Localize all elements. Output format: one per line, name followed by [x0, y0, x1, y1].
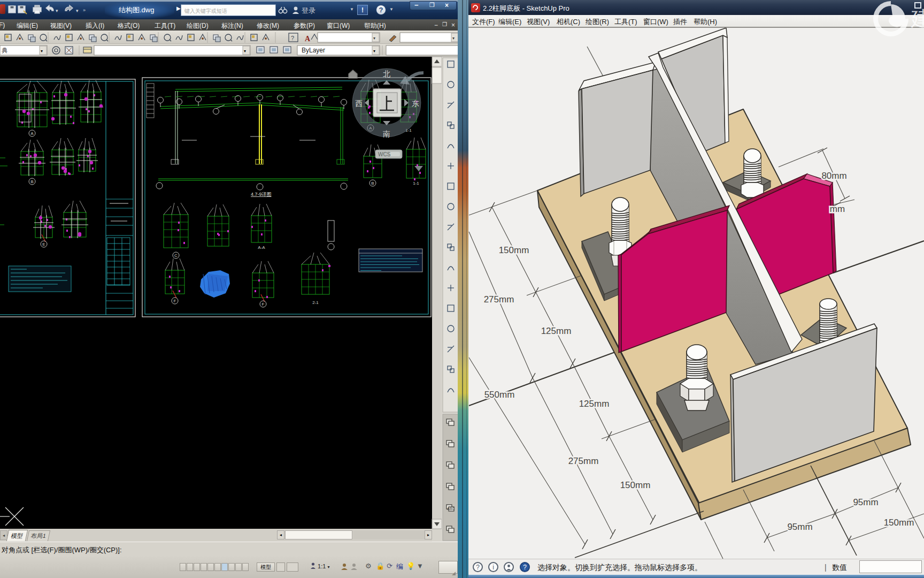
svg-text:?: ?	[291, 35, 294, 41]
svg-text:F: F	[262, 302, 265, 307]
svg-text:80mm: 80mm	[821, 171, 846, 181]
svg-text:A: A	[30, 131, 34, 136]
svg-text:ByLayer: ByLayer	[302, 47, 325, 54]
svg-text:A: A	[305, 35, 311, 43]
svg-text:125mm: 125mm	[541, 326, 572, 336]
svg-text:▾: ▾	[244, 49, 246, 54]
svg-text:B: B	[371, 181, 374, 186]
svg-text:»: »	[83, 7, 86, 13]
svg-text:125mm: 125mm	[579, 399, 610, 409]
svg-text:95mm: 95mm	[853, 497, 878, 507]
svg-text:2-1: 2-1	[312, 300, 319, 305]
svg-text:▾: ▾	[373, 49, 375, 54]
svg-text:275mm: 275mm	[568, 456, 599, 466]
svg-text:南: 南	[383, 130, 390, 138]
svg-text:东: 东	[412, 99, 419, 108]
svg-text:1-1: 1-1	[413, 181, 419, 186]
svg-text:北: 北	[383, 70, 390, 78]
svg-text:E: E	[42, 242, 45, 247]
svg-text:150mm: 150mm	[620, 480, 651, 490]
svg-text:▾: ▾	[373, 36, 375, 41]
svg-text:C: C	[174, 253, 178, 258]
svg-text:95mm: 95mm	[787, 522, 812, 532]
svg-text:550mm: 550mm	[484, 390, 515, 400]
svg-text:A-A: A-A	[258, 245, 265, 250]
svg-text:▾: ▾	[41, 49, 43, 54]
svg-text:F: F	[174, 299, 176, 303]
svg-text:mm: mm	[830, 204, 845, 214]
svg-text:典: 典	[2, 47, 7, 54]
svg-text:▾: ▾	[76, 8, 79, 13]
svg-text:西: 西	[355, 99, 363, 108]
svg-text:150mm: 150mm	[884, 518, 914, 528]
svg-text:4.7-9详图: 4.7-9详图	[251, 192, 272, 197]
svg-text:WCS: WCS	[378, 151, 391, 157]
svg-text:▾: ▾	[452, 36, 455, 41]
svg-text:275mm: 275mm	[484, 294, 514, 305]
svg-text:150mm: 150mm	[499, 245, 529, 255]
svg-text:▾: ▾	[56, 8, 58, 13]
svg-text:ABC: ABC	[447, 507, 455, 511]
svg-text:B: B	[30, 179, 33, 184]
